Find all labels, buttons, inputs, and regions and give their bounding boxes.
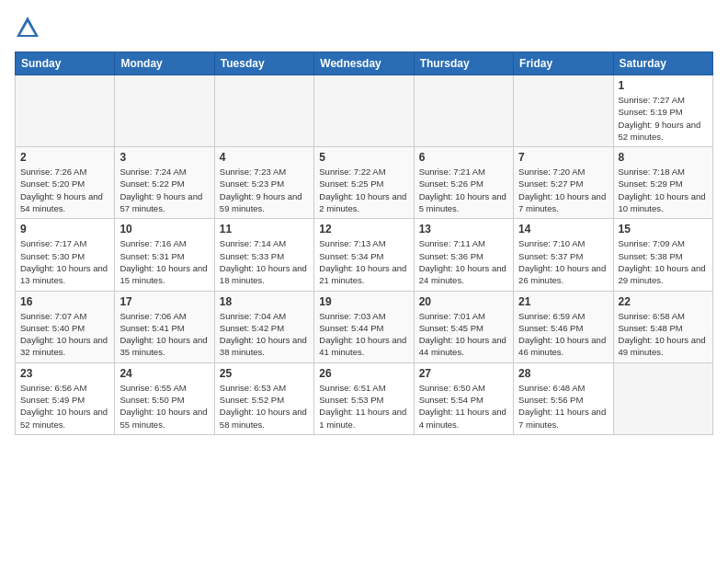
calendar-cell: 25Sunrise: 6:53 AM Sunset: 5:52 PM Dayli… xyxy=(214,362,313,434)
day-number: 8 xyxy=(619,151,708,164)
calendar-cell: 10Sunrise: 7:16 AM Sunset: 5:31 PM Dayli… xyxy=(115,219,214,291)
calendar-cell xyxy=(214,75,313,147)
calendar-cell: 1Sunrise: 7:27 AM Sunset: 5:19 PM Daylig… xyxy=(613,75,712,147)
day-number: 24 xyxy=(119,367,209,380)
calendar-cell: 22Sunrise: 6:58 AM Sunset: 5:48 PM Dayli… xyxy=(613,291,712,362)
calendar-week-1: 1Sunrise: 7:27 AM Sunset: 5:19 PM Daylig… xyxy=(16,75,713,147)
weekday-header-tuesday: Tuesday xyxy=(214,52,313,75)
day-info: Sunrise: 7:10 AM Sunset: 5:37 PM Dayligh… xyxy=(518,237,608,286)
calendar-cell: 3Sunrise: 7:24 AM Sunset: 5:22 PM Daylig… xyxy=(115,147,214,219)
page-header xyxy=(15,15,713,40)
weekday-header-thursday: Thursday xyxy=(414,52,513,75)
day-number: 1 xyxy=(619,79,708,92)
calendar-cell: 26Sunrise: 6:51 AM Sunset: 5:53 PM Dayli… xyxy=(314,362,414,434)
day-info: Sunrise: 7:03 AM Sunset: 5:44 PM Dayligh… xyxy=(319,310,408,359)
calendar-cell: 20Sunrise: 7:01 AM Sunset: 5:45 PM Dayli… xyxy=(414,291,513,362)
calendar-cell: 15Sunrise: 7:09 AM Sunset: 5:38 PM Dayli… xyxy=(613,219,712,291)
calendar-week-2: 2Sunrise: 7:26 AM Sunset: 5:20 PM Daylig… xyxy=(16,147,713,219)
calendar-cell: 16Sunrise: 7:07 AM Sunset: 5:40 PM Dayli… xyxy=(16,291,115,362)
day-number: 16 xyxy=(20,295,109,308)
day-info: Sunrise: 6:48 AM Sunset: 5:56 PM Dayligh… xyxy=(518,382,608,431)
day-number: 9 xyxy=(20,223,109,236)
day-info: Sunrise: 7:13 AM Sunset: 5:34 PM Dayligh… xyxy=(319,237,408,286)
day-number: 14 xyxy=(518,223,608,236)
calendar-cell: 21Sunrise: 6:59 AM Sunset: 5:46 PM Dayli… xyxy=(514,291,613,362)
calendar-cell: 7Sunrise: 7:20 AM Sunset: 5:27 PM Daylig… xyxy=(514,147,613,219)
calendar-cell: 5Sunrise: 7:22 AM Sunset: 5:25 PM Daylig… xyxy=(314,147,414,219)
calendar-cell: 12Sunrise: 7:13 AM Sunset: 5:34 PM Dayli… xyxy=(314,219,414,291)
calendar-table: SundayMondayTuesdayWednesdayThursdayFrid… xyxy=(15,52,713,435)
calendar-cell xyxy=(16,75,115,147)
calendar-cell: 2Sunrise: 7:26 AM Sunset: 5:20 PM Daylig… xyxy=(16,147,115,219)
logo-icon xyxy=(15,15,40,40)
day-number: 10 xyxy=(119,223,209,236)
day-number: 25 xyxy=(220,367,309,380)
day-number: 23 xyxy=(20,367,109,380)
calendar-cell: 27Sunrise: 6:50 AM Sunset: 5:54 PM Dayli… xyxy=(414,362,513,434)
weekday-header-sunday: Sunday xyxy=(16,52,115,75)
day-number: 7 xyxy=(518,151,608,164)
day-number: 18 xyxy=(220,295,309,308)
weekday-header-wednesday: Wednesday xyxy=(314,52,414,75)
calendar-cell: 23Sunrise: 6:56 AM Sunset: 5:49 PM Dayli… xyxy=(16,362,115,434)
day-info: Sunrise: 7:07 AM Sunset: 5:40 PM Dayligh… xyxy=(20,310,109,359)
calendar-cell: 6Sunrise: 7:21 AM Sunset: 5:26 PM Daylig… xyxy=(414,147,513,219)
day-number: 17 xyxy=(119,295,209,308)
day-number: 27 xyxy=(419,367,508,380)
day-number: 6 xyxy=(419,151,508,164)
day-number: 13 xyxy=(419,223,508,236)
day-info: Sunrise: 7:22 AM Sunset: 5:25 PM Dayligh… xyxy=(319,166,408,214)
day-info: Sunrise: 6:53 AM Sunset: 5:52 PM Dayligh… xyxy=(220,382,309,431)
day-number: 4 xyxy=(220,151,309,164)
day-number: 5 xyxy=(319,151,408,164)
calendar-cell: 14Sunrise: 7:10 AM Sunset: 5:37 PM Dayli… xyxy=(514,219,613,291)
day-info: Sunrise: 7:23 AM Sunset: 5:23 PM Dayligh… xyxy=(220,166,309,214)
day-info: Sunrise: 7:17 AM Sunset: 5:30 PM Dayligh… xyxy=(20,237,109,286)
day-number: 28 xyxy=(518,367,608,380)
calendar-week-3: 9Sunrise: 7:17 AM Sunset: 5:30 PM Daylig… xyxy=(16,219,713,291)
day-number: 20 xyxy=(419,295,508,308)
calendar-cell xyxy=(514,75,613,147)
calendar-week-5: 23Sunrise: 6:56 AM Sunset: 5:49 PM Dayli… xyxy=(16,362,713,434)
calendar-cell: 18Sunrise: 7:04 AM Sunset: 5:42 PM Dayli… xyxy=(214,291,313,362)
calendar-cell: 24Sunrise: 6:55 AM Sunset: 5:50 PM Dayli… xyxy=(115,362,214,434)
calendar-cell: 13Sunrise: 7:11 AM Sunset: 5:36 PM Dayli… xyxy=(414,219,513,291)
day-info: Sunrise: 6:58 AM Sunset: 5:48 PM Dayligh… xyxy=(619,310,708,359)
calendar-cell: 11Sunrise: 7:14 AM Sunset: 5:33 PM Dayli… xyxy=(214,219,313,291)
day-number: 19 xyxy=(319,295,408,308)
weekday-header-saturday: Saturday xyxy=(613,52,712,75)
weekday-header-friday: Friday xyxy=(514,52,613,75)
calendar-cell: 28Sunrise: 6:48 AM Sunset: 5:56 PM Dayli… xyxy=(514,362,613,434)
calendar-cell: 9Sunrise: 7:17 AM Sunset: 5:30 PM Daylig… xyxy=(16,219,115,291)
day-number: 21 xyxy=(518,295,608,308)
calendar-week-4: 16Sunrise: 7:07 AM Sunset: 5:40 PM Dayli… xyxy=(16,291,713,362)
day-info: Sunrise: 7:09 AM Sunset: 5:38 PM Dayligh… xyxy=(619,237,708,286)
day-number: 22 xyxy=(619,295,708,308)
day-info: Sunrise: 6:51 AM Sunset: 5:53 PM Dayligh… xyxy=(319,382,408,431)
day-info: Sunrise: 7:06 AM Sunset: 5:41 PM Dayligh… xyxy=(119,310,209,359)
calendar-cell xyxy=(414,75,513,147)
calendar-cell xyxy=(314,75,414,147)
calendar-cell: 4Sunrise: 7:23 AM Sunset: 5:23 PM Daylig… xyxy=(214,147,313,219)
calendar-cell xyxy=(115,75,214,147)
day-number: 12 xyxy=(319,223,408,236)
calendar-header-row: SundayMondayTuesdayWednesdayThursdayFrid… xyxy=(16,52,713,75)
day-info: Sunrise: 7:11 AM Sunset: 5:36 PM Dayligh… xyxy=(419,237,508,286)
day-info: Sunrise: 7:21 AM Sunset: 5:26 PM Dayligh… xyxy=(419,166,508,214)
logo xyxy=(15,15,44,40)
day-info: Sunrise: 7:04 AM Sunset: 5:42 PM Dayligh… xyxy=(220,310,309,359)
day-info: Sunrise: 6:50 AM Sunset: 5:54 PM Dayligh… xyxy=(419,382,508,431)
day-info: Sunrise: 6:56 AM Sunset: 5:49 PM Dayligh… xyxy=(20,382,109,431)
calendar-cell xyxy=(613,362,712,434)
calendar-cell: 8Sunrise: 7:18 AM Sunset: 5:29 PM Daylig… xyxy=(613,147,712,219)
day-info: Sunrise: 7:14 AM Sunset: 5:33 PM Dayligh… xyxy=(220,237,309,286)
day-info: Sunrise: 7:18 AM Sunset: 5:29 PM Dayligh… xyxy=(619,166,708,214)
day-info: Sunrise: 6:59 AM Sunset: 5:46 PM Dayligh… xyxy=(518,310,608,359)
day-number: 11 xyxy=(220,223,309,236)
day-number: 26 xyxy=(319,367,408,380)
day-info: Sunrise: 6:55 AM Sunset: 5:50 PM Dayligh… xyxy=(119,382,209,431)
day-number: 15 xyxy=(619,223,708,236)
day-info: Sunrise: 7:16 AM Sunset: 5:31 PM Dayligh… xyxy=(119,237,209,286)
weekday-header-monday: Monday xyxy=(115,52,214,75)
day-info: Sunrise: 7:20 AM Sunset: 5:27 PM Dayligh… xyxy=(518,166,608,214)
